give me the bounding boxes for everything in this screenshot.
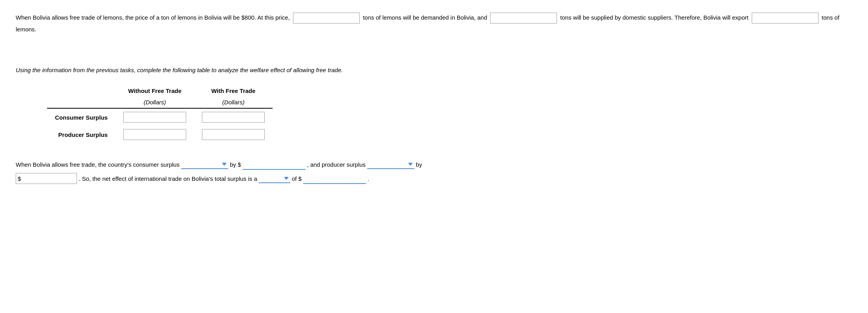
consumer-surplus-row: Consumer Surplus bbox=[47, 108, 273, 126]
welfare-text1: When Bolivia allows free trade, the coun… bbox=[16, 161, 179, 168]
table-header-row: Without Free Trade With Free Trade bbox=[47, 85, 273, 96]
producer-surplus-amount-input[interactable] bbox=[22, 173, 77, 184]
table-col-label-header bbox=[47, 85, 115, 96]
cs-with-input[interactable] bbox=[202, 112, 265, 123]
dollar-sign-ps: $ bbox=[16, 175, 22, 182]
welfare-table: Without Free Trade With Free Trade (Doll… bbox=[47, 85, 273, 143]
table-col2-subheader: (Dollars) bbox=[194, 96, 273, 108]
para1-text1: When Bolivia allows free trade of lemons… bbox=[16, 14, 290, 21]
welfare-sentence-line2: $ . So, the net effect of international … bbox=[16, 173, 852, 184]
welfare-text7: . bbox=[368, 175, 369, 182]
ps-with-input[interactable] bbox=[202, 129, 265, 140]
net-effect-direction-wrapper[interactable]: gain loss bbox=[259, 174, 290, 183]
net-effect-amount-group bbox=[303, 173, 366, 184]
net-effect-direction-select[interactable]: gain loss bbox=[259, 174, 290, 183]
ps-with-cell bbox=[194, 126, 273, 143]
ps-without-cell bbox=[115, 126, 194, 143]
welfare-table-container: Without Free Trade With Free Trade (Doll… bbox=[47, 85, 852, 143]
tons-export-input[interactable] bbox=[752, 13, 819, 24]
producer-surplus-direction-select[interactable]: increases decreases bbox=[367, 160, 414, 169]
consumer-surplus-amount-group bbox=[243, 159, 306, 170]
welfare-text2: by $ bbox=[230, 161, 241, 168]
ps-without-input[interactable] bbox=[123, 129, 186, 140]
para1-text2: tons of lemons will be demanded in Boliv… bbox=[363, 14, 487, 21]
cs-with-cell bbox=[194, 108, 273, 126]
tons-demanded-input[interactable] bbox=[293, 13, 360, 24]
producer-surplus-label: Producer Surplus bbox=[47, 126, 115, 143]
para1-text3: tons will be supplied by domestic suppli… bbox=[560, 14, 749, 21]
table-col2-header: With Free Trade bbox=[194, 85, 273, 96]
table-subheader-row: (Dollars) (Dollars) bbox=[47, 96, 273, 108]
consumer-surplus-amount-input[interactable] bbox=[243, 159, 306, 169]
consumer-surplus-direction-select[interactable]: increases decreases bbox=[181, 160, 228, 169]
cs-without-cell bbox=[115, 108, 194, 126]
paragraph-1: When Bolivia allows free trade of lemons… bbox=[16, 12, 852, 35]
instructions-text: Using the information from the previous … bbox=[16, 67, 852, 73]
producer-surplus-direction-wrapper[interactable]: increases decreases bbox=[367, 160, 414, 169]
consumer-surplus-direction-wrapper[interactable]: increases decreases bbox=[181, 160, 228, 169]
consumer-surplus-label: Consumer Surplus bbox=[47, 108, 115, 126]
net-effect-amount-input[interactable] bbox=[303, 173, 366, 183]
welfare-text5: . So, the net effect of international tr… bbox=[79, 175, 257, 182]
section-gap: Using the information from the previous … bbox=[16, 67, 852, 184]
table-col-label-subheader bbox=[47, 96, 115, 108]
cs-without-input[interactable] bbox=[123, 112, 186, 123]
welfare-text3: , and producer surplus bbox=[307, 161, 366, 168]
welfare-text4: by bbox=[416, 161, 422, 168]
table-col1-header: Without Free Trade bbox=[115, 85, 194, 96]
welfare-sentence-line1: When Bolivia allows free trade, the coun… bbox=[16, 159, 852, 170]
producer-surplus-row: Producer Surplus bbox=[47, 126, 273, 143]
table-col1-subheader: (Dollars) bbox=[115, 96, 194, 108]
producer-surplus-amount-group: $ bbox=[16, 173, 77, 184]
welfare-text6: of $ bbox=[292, 175, 302, 182]
tons-supplied-input[interactable] bbox=[490, 13, 557, 24]
